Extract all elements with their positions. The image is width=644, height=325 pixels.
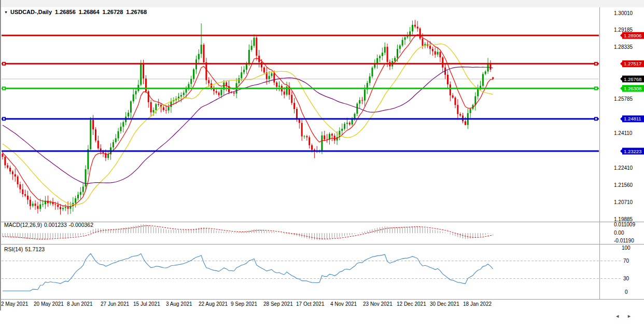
svg-text:12 Dec 2021: 12 Dec 2021 bbox=[397, 301, 426, 307]
macd-indicator-label: MACD(12,26,9)0.001233-0.000362 bbox=[4, 222, 95, 228]
svg-text:0: 0 bbox=[625, 289, 628, 295]
svg-text:8 Jun 2021: 8 Jun 2021 bbox=[67, 301, 93, 307]
date-axis[interactable]: 2 May 202120 May 20218 Jun 202127 Jun 20… bbox=[1, 301, 492, 307]
svg-text:9 Sep 2021: 9 Sep 2021 bbox=[231, 301, 258, 307]
chart-canvas[interactable]: 1.300101.291851.283351.257851.241101.224… bbox=[0, 0, 644, 325]
rsi-indicator-label: RSI(14)51.7123 bbox=[4, 246, 47, 252]
svg-text:1.26308: 1.26308 bbox=[624, 86, 641, 91]
svg-text:70: 70 bbox=[623, 258, 629, 264]
svg-text:30 Dec 2021: 30 Dec 2021 bbox=[430, 301, 459, 307]
svg-text:1.21560: 1.21560 bbox=[614, 182, 633, 188]
svg-text:1.22410: 1.22410 bbox=[614, 165, 633, 171]
svg-text:1.23223: 1.23223 bbox=[624, 148, 641, 154]
svg-text:17 Oct 2021: 17 Oct 2021 bbox=[296, 301, 325, 307]
svg-text:-0.01190: -0.01190 bbox=[614, 238, 634, 243]
symbol-dropdown-arrow-icon[interactable]: ▼ bbox=[4, 10, 8, 14]
svg-text:27 Jun 2021: 27 Jun 2021 bbox=[101, 301, 129, 307]
svg-text:20 May 2021: 20 May 2021 bbox=[34, 301, 64, 307]
svg-text:1.29185: 1.29185 bbox=[614, 27, 633, 33]
ohlc-open: 1.26856 bbox=[55, 9, 76, 15]
svg-text:4 Nov 2021: 4 Nov 2021 bbox=[330, 301, 357, 307]
svg-text:2 May 2021: 2 May 2021 bbox=[1, 301, 29, 307]
svg-text:0.011009: 0.011009 bbox=[614, 222, 635, 227]
svg-text:23 Nov 2021: 23 Nov 2021 bbox=[363, 301, 393, 307]
svg-text:1.25785: 1.25785 bbox=[614, 96, 633, 102]
macd-main-value: 0.001233 bbox=[44, 222, 67, 228]
tab-scroll-arrows[interactable]: ◄► bbox=[615, 314, 639, 319]
window-left-edge bbox=[0, 0, 1, 310]
ohlc-low: 1.26728 bbox=[103, 9, 123, 15]
rsi-value: 51.7123 bbox=[25, 246, 45, 252]
svg-text:1.24811: 1.24811 bbox=[624, 116, 641, 121]
svg-text:3 Aug 2021: 3 Aug 2021 bbox=[166, 301, 192, 307]
macd-signal-value: -0.000362 bbox=[69, 222, 93, 228]
svg-text:1.26768: 1.26768 bbox=[624, 76, 641, 82]
svg-text:22 Aug 2021: 22 Aug 2021 bbox=[199, 301, 228, 307]
svg-text:1.30010: 1.30010 bbox=[614, 10, 633, 16]
ohlc-close: 1.26768 bbox=[126, 9, 147, 15]
chart-title: ▼USDCAD-,Daily1.268561.268641.267281.267… bbox=[4, 9, 147, 15]
svg-text:18 Jan 2022: 18 Jan 2022 bbox=[463, 301, 492, 307]
svg-text:15 Jul 2021: 15 Jul 2021 bbox=[133, 301, 160, 307]
svg-text:1.27517: 1.27517 bbox=[624, 61, 641, 66]
svg-text:1.20710: 1.20710 bbox=[614, 199, 633, 205]
svg-text:0.00: 0.00 bbox=[614, 230, 624, 236]
svg-text:28 Sep 2021: 28 Sep 2021 bbox=[263, 301, 293, 307]
terminal-window: M5M15M30H1H4D1W1MN 1.300101.291851.28335… bbox=[0, 0, 644, 325]
macd-name: MACD(12,26,9) bbox=[4, 222, 42, 228]
chart-symbol-label: USDCAD-,Daily bbox=[10, 9, 52, 15]
svg-text:1.28906: 1.28906 bbox=[624, 33, 641, 38]
svg-text:1.24110: 1.24110 bbox=[614, 130, 633, 136]
svg-text:1.28335: 1.28335 bbox=[614, 44, 633, 50]
svg-text:100: 100 bbox=[622, 245, 631, 251]
svg-text:1.19885: 1.19885 bbox=[614, 216, 633, 222]
ohlc-high: 1.26864 bbox=[79, 9, 100, 15]
rsi-name: RSI(14) bbox=[4, 246, 23, 252]
svg-text:30: 30 bbox=[623, 276, 629, 281]
